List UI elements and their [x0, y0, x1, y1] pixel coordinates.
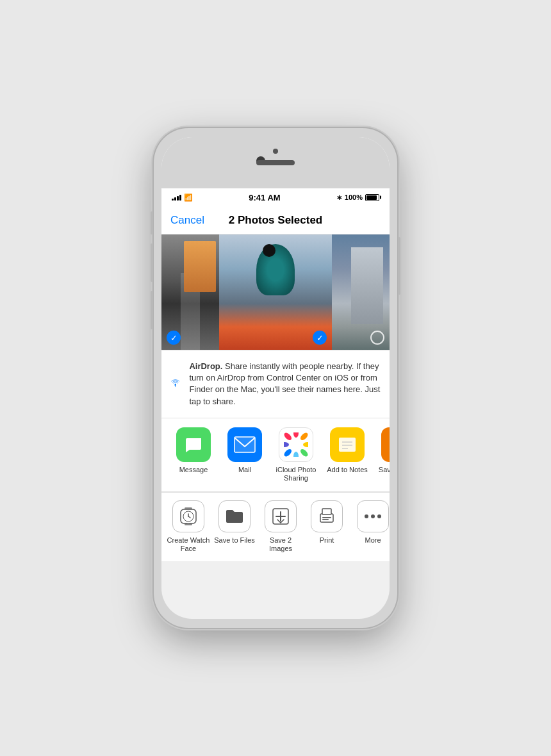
photo-item-person[interactable]: ✓ — [219, 234, 332, 350]
svg-rect-28 — [322, 517, 331, 518]
app-item-mail[interactable]: Mail — [219, 427, 270, 482]
selection-badge-3-empty[interactable] — [370, 331, 384, 345]
share-sheet: AirDrop. Share instantly with people nea… — [161, 350, 390, 561]
earpiece-speaker — [256, 160, 295, 165]
volume-up-button[interactable] — [151, 243, 153, 282]
action-item-watch-face[interactable]: Create Watch Face — [165, 500, 211, 553]
print-label: Print — [320, 536, 334, 545]
message-app-icon — [176, 427, 211, 462]
action-item-save-images[interactable]: Save 2 Images — [258, 500, 304, 553]
save-images-label: Save 2 Images — [258, 536, 304, 553]
svg-point-2 — [293, 432, 299, 438]
ibooks-app-label: Save PDF to iBook — [373, 466, 390, 482]
photo-item-building[interactable] — [332, 234, 390, 350]
action-item-print[interactable]: Print — [304, 500, 350, 553]
phone-top-notch — [161, 137, 390, 188]
action-item-more[interactable]: More — [350, 500, 390, 553]
airdrop-description: AirDrop. Share instantly with people nea… — [189, 361, 381, 407]
svg-point-4 — [303, 442, 308, 447]
action-item-save-files[interactable]: Save to Files — [211, 500, 258, 553]
photos-app-label: iCloud Photo Sharing — [270, 466, 322, 482]
mail-app-icon — [227, 427, 262, 462]
svg-point-31 — [365, 514, 368, 518]
watch-face-icon — [172, 500, 204, 532]
svg-point-10 — [293, 441, 299, 448]
battery-icon — [365, 194, 379, 201]
notes-app-label: Add to Notes — [327, 466, 368, 474]
svg-point-7 — [284, 448, 293, 457]
bluetooth-icon: ∗ — [336, 193, 342, 202]
app-item-ibooks[interactable]: Save PDF to iBook — [373, 427, 390, 482]
status-bar: 📶 9:41 AM ∗ 100% — [161, 188, 390, 206]
watch-face-label: Create Watch Face — [165, 536, 211, 553]
more-icon — [357, 500, 389, 532]
airdrop-section: AirDrop. Share instantly with people nea… — [161, 350, 390, 418]
notes-app-icon — [330, 427, 365, 462]
svg-point-32 — [371, 514, 375, 518]
selection-badge-2[interactable]: ✓ — [313, 331, 327, 345]
airdrop-title: AirDrop. — [189, 361, 222, 371]
status-left: 📶 — [172, 193, 193, 202]
selection-badge-1[interactable]: ✓ — [167, 331, 181, 345]
print-icon — [311, 500, 343, 532]
svg-point-3 — [299, 432, 308, 441]
svg-rect-29 — [322, 519, 329, 520]
status-time: 9:41 AM — [249, 193, 280, 202]
signal-icon — [172, 194, 181, 201]
svg-point-8 — [284, 442, 289, 447]
svg-point-5 — [299, 448, 308, 457]
svg-rect-25 — [187, 523, 190, 524]
photo-item-street[interactable]: ✓ — [161, 234, 219, 350]
battery-percent: 100% — [345, 193, 363, 201]
svg-point-0 — [174, 384, 176, 385]
save-files-icon — [218, 500, 251, 532]
power-button[interactable] — [398, 237, 400, 295]
ibooks-app-icon — [381, 427, 390, 462]
airdrop-icon — [170, 368, 180, 400]
svg-point-6 — [293, 452, 299, 457]
photo-strip: ✓ ✓ — [161, 234, 390, 350]
actions-row: Create Watch Face Save to Files — [161, 493, 390, 561]
message-app-label: Message — [179, 466, 208, 474]
save-files-label: Save to Files — [214, 536, 255, 545]
save-images-icon — [265, 500, 297, 532]
cancel-button[interactable]: Cancel — [170, 214, 204, 227]
wifi-icon: 📶 — [184, 193, 193, 202]
app-item-message[interactable]: Message — [168, 427, 219, 482]
app-item-notes[interactable]: Add to Notes — [322, 427, 373, 482]
svg-point-33 — [377, 514, 381, 518]
screen-content: 📶 9:41 AM ∗ 100% Cancel 2 Photos Selecte… — [161, 188, 390, 561]
mute-button[interactable] — [151, 211, 153, 234]
app-item-photos[interactable]: iCloud Photo Sharing — [270, 427, 322, 482]
svg-rect-30 — [322, 509, 331, 514]
nav-title: 2 Photos Selected — [229, 214, 322, 227]
battery-fill — [366, 195, 377, 200]
svg-rect-1 — [234, 437, 255, 452]
svg-rect-11 — [339, 438, 356, 452]
camera-sensor-dot — [273, 149, 278, 154]
phone-device: 📶 9:41 AM ∗ 100% Cancel 2 Photos Selecte… — [154, 128, 397, 628]
phone-screen: 📶 9:41 AM ∗ 100% Cancel 2 Photos Selecte… — [161, 137, 390, 619]
mail-app-label: Mail — [238, 466, 251, 474]
photos-app-icon — [279, 427, 313, 462]
volume-down-button[interactable] — [151, 291, 153, 329]
svg-point-9 — [284, 432, 293, 441]
more-label: More — [365, 536, 381, 545]
apps-row: Message Mail — [161, 418, 390, 492]
navigation-bar: Cancel 2 Photos Selected — [161, 206, 390, 234]
status-right: ∗ 100% — [336, 193, 379, 202]
